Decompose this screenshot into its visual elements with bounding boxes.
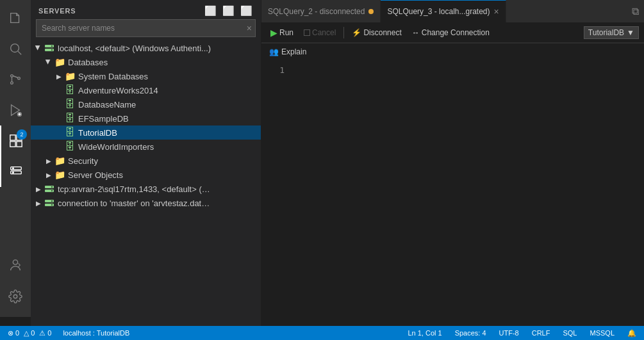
status-bar: ⊗ 0 △ 0 ⚠ 0 localhost : TutorialDB Ln 1,… [0, 326, 644, 340]
tree-item-label: DatabaseName [78, 100, 136, 109]
language-indicator[interactable]: SQL [560, 326, 579, 340]
server-icon [44, 42, 55, 54]
svg-point-25 [51, 190, 53, 191]
toolbar-divider [343, 27, 344, 38]
sidebar: SERVERS ⬜ ⬜ ⬜ × ▶ [31, 0, 261, 326]
tree-row[interactable]: ▶ connection to 'master' on 'arvtestaz.d… [31, 196, 261, 210]
expand-arrow[interactable]: ▶ [44, 156, 54, 166]
svg-rect-9 [10, 135, 15, 140]
files-icon[interactable] [0, 3, 31, 33]
cancel-button[interactable]: Cancel [300, 27, 340, 38]
cancel-icon [304, 29, 310, 36]
tab-sqlquery2[interactable]: SQLQuery_2 - disconnected [261, 0, 381, 22]
search-input[interactable] [36, 19, 256, 37]
tree-row[interactable]: 🗄 WideWorldImporters [31, 140, 261, 154]
activity-bar-bottom [0, 250, 31, 317]
explain-button[interactable]: 👥 Explain [267, 46, 309, 58]
tree-row-selected[interactable]: 🗄 TutorialDB [31, 125, 261, 140]
accounts-icon[interactable] [0, 250, 31, 281]
tree-row[interactable]: ▶ 📁 Security [31, 154, 261, 168]
tree-row[interactable]: ▶ 📁 System Databases [31, 69, 261, 83]
svg-point-21 [51, 49, 53, 51]
info-icon: ⚠ [39, 329, 45, 337]
bell-icon: 🔔 [627, 329, 636, 337]
run-icon: ▶ [270, 28, 277, 38]
editor-text-area[interactable] [287, 60, 644, 326]
expand-arrow[interactable]: ▶ [44, 57, 54, 67]
tree-item-label: localhost, <default> (Windows Authenti..… [58, 44, 211, 53]
source-control-icon[interactable] [0, 64, 31, 95]
disconnect-button[interactable]: ⚡ Disconnect [348, 27, 405, 38]
tree-item-label: WideWorldImporters [78, 142, 154, 152]
editor-area: SQLQuery_2 - disconnected SQLQuery_3 - l… [261, 0, 644, 326]
spaces-indicator[interactable]: Spaces: 4 [452, 326, 489, 340]
line-ending-label: CRLF [532, 329, 550, 337]
database-selector[interactable]: TutorialDB ▼ [584, 26, 639, 39]
dialect-indicator[interactable]: MSSQL [587, 326, 617, 340]
expand-arrow[interactable]: ▶ [33, 184, 44, 194]
database-icon: 🗄 [64, 85, 76, 96]
svg-point-28 [51, 200, 53, 202]
sidebar-title-icons: ⬜ ⬜ ⬜ [204, 5, 253, 17]
svg-point-0 [11, 44, 19, 53]
extensions-badge: 2 [17, 129, 27, 140]
server-icon [44, 197, 55, 209]
tree-row[interactable]: ▶ tcp:arvran-2\sql17rtm,1433, <default> … [31, 182, 261, 196]
cursor-position-label: Ln 1, Col 1 [408, 329, 442, 337]
tree-row[interactable]: ▶ 📁 Server Objects [31, 168, 261, 182]
servers-icon[interactable] [0, 156, 31, 187]
warning-count-label: 0 [31, 329, 35, 337]
tree-row[interactable]: 🗄 EFSampleDB [31, 111, 261, 125]
disconnect-label: Disconnect [363, 28, 401, 37]
svg-rect-12 [17, 142, 22, 147]
expand-arrow[interactable]: ▶ [44, 170, 54, 180]
tree-row[interactable]: ▶ localhost, <default> (Windows Authenti… [31, 41, 261, 55]
run-button[interactable]: ▶ Run [267, 26, 297, 39]
extensions-icon[interactable]: 2 [0, 125, 31, 156]
server-info[interactable]: localhost : TutorialDB [60, 326, 132, 340]
expand-arrow[interactable]: ▶ [33, 198, 44, 208]
status-left: ⊗ 0 △ 0 ⚠ 0 localhost : TutorialDB [5, 326, 132, 340]
cursor-position[interactable]: Ln 1, Col 1 [405, 326, 444, 340]
tree-item-label: AdventureWorks2014 [78, 86, 158, 95]
line-numbers: 1 [261, 60, 287, 326]
editor-content: 1 [261, 60, 644, 326]
refresh-icon[interactable]: ⬜ [240, 5, 253, 17]
search-icon[interactable] [0, 33, 31, 64]
folder-icon: 📁 [54, 56, 65, 68]
main-container: SERVERS ⬜ ⬜ ⬜ × ▶ [31, 0, 644, 326]
spaces-label: Spaces: 4 [455, 329, 486, 337]
tree-row[interactable]: ▶ 📁 Databases [31, 55, 261, 69]
encoding-indicator[interactable]: UTF-8 [497, 326, 522, 340]
change-connection-label: Change Connection [422, 28, 490, 37]
notifications-icon[interactable]: 🔔 [625, 326, 639, 340]
tree-row[interactable]: 🗄 AdventureWorks2014 [31, 83, 261, 97]
tree-item-label: tcp:arvran-2\sql17rtm,1433, <default> (… [58, 184, 210, 194]
settings-icon[interactable] [0, 281, 31, 312]
add-folder-icon[interactable]: ⬜ [222, 5, 235, 17]
svg-line-1 [18, 51, 21, 54]
new-connection-icon[interactable]: ⬜ [204, 5, 217, 17]
run-debug-icon[interactable] [0, 95, 31, 125]
expand-arrow[interactable]: ▶ [54, 71, 64, 81]
tree-row[interactable]: 🗄 DatabaseName [31, 97, 261, 111]
change-connection-button[interactable]: ↔ Change Connection [408, 27, 493, 38]
unsaved-dot [368, 9, 374, 14]
info-count-label: 0 [47, 329, 51, 337]
tab-label: SQLQuery_3 - localh...grated) [387, 7, 490, 16]
svg-point-4 [18, 77, 21, 79]
database-icon: 🗄 [64, 99, 76, 110]
folder-icon: 📁 [54, 155, 65, 166]
split-editor-icon[interactable]: ⧉ [632, 6, 639, 17]
tab-sqlquery3[interactable]: SQLQuery_3 - localh...grated) × [381, 0, 506, 22]
svg-point-17 [13, 295, 17, 298]
error-count[interactable]: ⊗ 0 △ 0 ⚠ 0 [5, 326, 54, 340]
tab-close-button[interactable]: × [494, 6, 499, 17]
file-tree: ▶ localhost, <default> (Windows Authenti… [31, 41, 261, 326]
expand-arrow[interactable]: ▶ [33, 43, 44, 53]
svg-point-20 [51, 45, 53, 47]
line-ending-indicator[interactable]: CRLF [529, 326, 553, 340]
dialect-label: MSSQL [590, 329, 615, 337]
svg-rect-11 [10, 142, 15, 147]
clear-search-button[interactable]: × [247, 23, 252, 33]
